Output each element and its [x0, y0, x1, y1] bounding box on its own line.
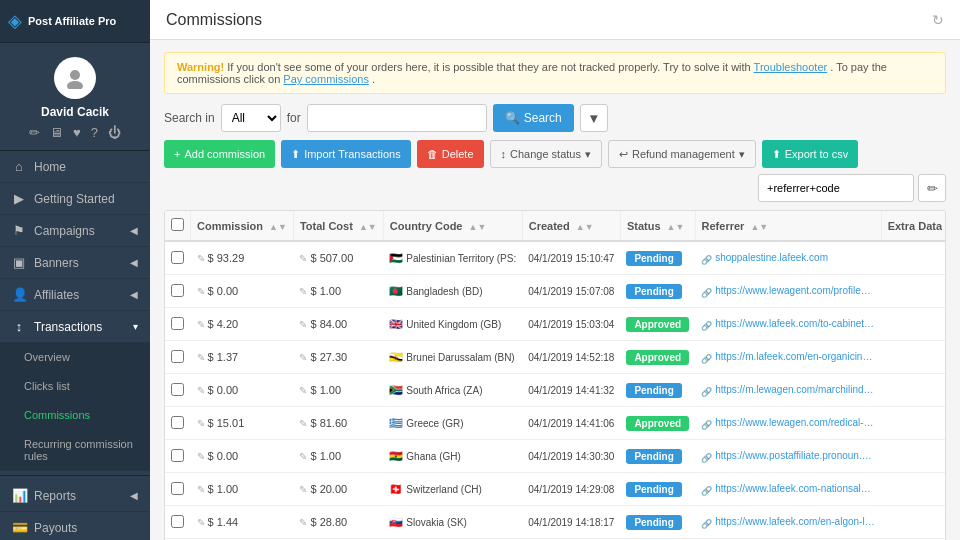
row-commission-1: ✎ $ 0.00	[191, 275, 294, 308]
row-extra-3	[881, 341, 946, 374]
sidebar-item-commissions-label: Commissions	[24, 409, 90, 421]
row-checkbox-7[interactable]	[165, 473, 191, 506]
th-created[interactable]: Created ▲▼	[522, 211, 620, 241]
monitor-icon[interactable]: 🖥	[50, 125, 63, 140]
referrer-value-3[interactable]: https://m.lafeek.com/en-organicine-lafee…	[715, 351, 875, 362]
row-checkbox-4[interactable]	[165, 374, 191, 407]
row-country-7: 🇨🇭 Switzerland (CH)	[383, 473, 522, 506]
sidebar-item-getting-started[interactable]: ▶ Getting Started	[0, 183, 150, 215]
th-extra-data-4[interactable]: Extra Data 4 ▲▼	[881, 211, 946, 241]
edit-commission-6[interactable]: ✎	[197, 451, 205, 462]
search-input[interactable]	[307, 104, 487, 132]
th-total-cost[interactable]: Total Cost ▲▼	[293, 211, 383, 241]
edit-total-8[interactable]: ✎	[299, 517, 307, 528]
svg-point-1	[67, 81, 83, 89]
edit-commission-3[interactable]: ✎	[197, 352, 205, 363]
select-all-checkbox[interactable]	[171, 218, 184, 231]
country-flag-8: 🇸🇰	[389, 516, 403, 528]
th-status[interactable]: Status ▲▼	[620, 211, 695, 241]
referrer-value-5[interactable]: https://www.lewagen.com/redical-lafeek.c…	[715, 417, 875, 428]
filter-input[interactable]	[758, 174, 914, 202]
edit-total-4[interactable]: ✎	[299, 385, 307, 396]
refresh-icon[interactable]: ↻	[932, 12, 944, 28]
table-row: ✎ $ 4.20 ✎ $ 84.00 🇬🇧 United Kingdom (GB…	[165, 308, 946, 341]
row-referrer-1: 🔗 https://www.lewagent.com/profilecenter…	[695, 275, 881, 308]
troubleshooter-link[interactable]: Troubleshooter	[754, 61, 828, 73]
edit-total-7[interactable]: ✎	[299, 484, 307, 495]
sidebar-item-banners[interactable]: ▣ Banners ◀	[0, 247, 150, 279]
edit-total-0[interactable]: ✎	[299, 253, 307, 264]
edit-commission-2[interactable]: ✎	[197, 319, 205, 330]
help-icon[interactable]: ?	[91, 125, 98, 140]
country-flag-4: 🇿🇦	[389, 384, 403, 396]
row-checkbox-0[interactable]	[165, 241, 191, 275]
affiliates-arrow: ◀	[130, 289, 138, 300]
row-checkbox-6[interactable]	[165, 440, 191, 473]
row-checkbox-2[interactable]	[165, 308, 191, 341]
row-referrer-7: 🔗 https://www.lafeek.com-nationsales-laf…	[695, 473, 881, 506]
sidebar-item-payouts[interactable]: 💳 Payouts	[0, 512, 150, 540]
filter-edit-button[interactable]: ✏	[918, 174, 946, 202]
sidebar-item-commissions[interactable]: Commissions	[0, 401, 150, 430]
row-checkbox-8[interactable]	[165, 506, 191, 539]
content-area: Warning! If you don't see some of your o…	[150, 40, 960, 540]
add-commission-button[interactable]: + Add commission	[164, 140, 275, 168]
sidebar-item-home[interactable]: ⌂ Home	[0, 151, 150, 183]
sidebar-item-reports-label: Reports	[34, 489, 76, 503]
pay-commissions-link[interactable]: Pay commissions	[283, 73, 369, 85]
export-csv-button[interactable]: ⬆ Export to csv	[762, 140, 859, 168]
edit-commission-5[interactable]: ✎	[197, 418, 205, 429]
banners-icon: ▣	[12, 255, 26, 270]
country-name-0: Palestinian Territory (PS:	[406, 253, 516, 264]
edit-total-3[interactable]: ✎	[299, 352, 307, 363]
change-status-button[interactable]: ↕ Change status ▾	[490, 140, 602, 168]
change-status-label: Change status	[510, 148, 581, 160]
search-button[interactable]: 🔍 Search	[493, 104, 574, 132]
th-commission[interactable]: Commission ▲▼	[191, 211, 294, 241]
filter-button[interactable]: ▼	[580, 104, 608, 132]
referrer-value-6[interactable]: https://www.postaffiliate.pronoun.postaf…	[715, 450, 875, 461]
row-extra-2	[881, 308, 946, 341]
sidebar-item-reports[interactable]: 📊 Reports ◀	[0, 480, 150, 512]
referrer-value-2[interactable]: https://www.lafeek.com/to-cabinet-lafeek…	[715, 318, 875, 329]
row-checkbox-5[interactable]	[165, 407, 191, 440]
edit-total-1[interactable]: ✎	[299, 286, 307, 297]
th-referrer[interactable]: Referrer ▲▼	[695, 211, 881, 241]
row-extra-6	[881, 440, 946, 473]
row-checkbox-1[interactable]	[165, 275, 191, 308]
transactions-submenu: Overview Clicks list Commissions Recurri…	[0, 343, 150, 471]
edit-total-6[interactable]: ✎	[299, 451, 307, 462]
sidebar-item-affiliates[interactable]: 👤 Affiliates ◀	[0, 279, 150, 311]
row-country-5: 🇬🇷 Greece (GR)	[383, 407, 522, 440]
edit-commission-1[interactable]: ✎	[197, 286, 205, 297]
country-name-2: United Kingdom (GB)	[406, 319, 501, 330]
edit-total-2[interactable]: ✎	[299, 319, 307, 330]
edit-total-5[interactable]: ✎	[299, 418, 307, 429]
referrer-value-4[interactable]: https://m.lewagen.com/marchilindrunework…	[715, 384, 875, 395]
edit-commission-8[interactable]: ✎	[197, 517, 205, 528]
referrer-value-1[interactable]: https://www.lewagent.com/profilecenter-l…	[715, 285, 875, 296]
edit-commission-7[interactable]: ✎	[197, 484, 205, 495]
referrer-value-0[interactable]: shoppalestine.lafeek.com	[715, 252, 828, 263]
th-country-code[interactable]: Country Code ▲▼	[383, 211, 522, 241]
search-select[interactable]: All	[221, 104, 281, 132]
edit-commission-4[interactable]: ✎	[197, 385, 205, 396]
referrer-value-7[interactable]: https://www.lafeek.com-nationsales-lafee…	[715, 483, 875, 494]
logout-icon[interactable]: ⏻	[108, 125, 121, 140]
row-checkbox-3[interactable]	[165, 341, 191, 374]
sidebar-item-campaigns[interactable]: ⚑ Campaigns ◀	[0, 215, 150, 247]
edit-commission-0[interactable]: ✎	[197, 253, 205, 264]
delete-button[interactable]: 🗑 Delete	[417, 140, 484, 168]
import-transactions-button[interactable]: ⬆ Import Transactions	[281, 140, 411, 168]
referrer-value-8[interactable]: https://www.lafeek.com/en-algon-lafeek.c…	[715, 516, 875, 527]
referrer-link-icon-7: 🔗	[701, 486, 712, 496]
heart-icon[interactable]: ♥	[73, 125, 81, 140]
edit-profile-icon[interactable]: ✏	[29, 125, 40, 140]
sidebar-item-transactions[interactable]: ↕ Transactions ▾	[0, 311, 150, 343]
referrer-link-icon-6: 🔗	[701, 453, 712, 463]
refund-management-button[interactable]: ↩ Refund management ▾	[608, 140, 756, 168]
sidebar-item-overview[interactable]: Overview	[0, 343, 150, 372]
sidebar-item-recurring[interactable]: Recurring commission rules	[0, 430, 150, 471]
th-checkbox[interactable]	[165, 211, 191, 241]
sidebar-item-clicks-list[interactable]: Clicks list	[0, 372, 150, 401]
